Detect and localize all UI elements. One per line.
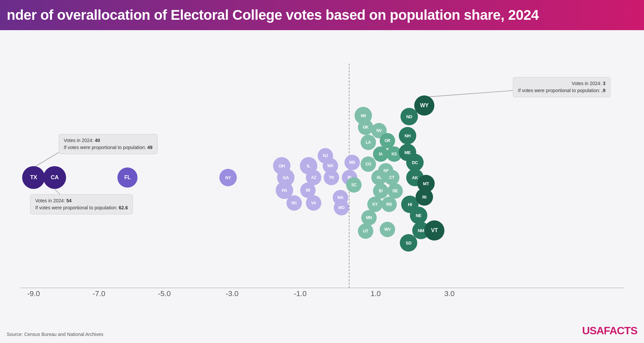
bubble-wv: WV: [380, 222, 395, 237]
bubble-ri: RI: [416, 188, 433, 206]
bubble-nh: NH: [399, 127, 416, 144]
bubble-mo: MO: [334, 200, 349, 215]
x-label-n3: -3.0: [226, 289, 238, 298]
wy-tooltip: Votes in 2024: 3 If votes were proportio…: [513, 77, 610, 97]
bubble-ok: OK: [358, 120, 373, 135]
bubble-ms: MS: [381, 197, 397, 212]
ca-tooltip: Votes in 2024: 54 If votes were proporti…: [30, 194, 133, 214]
bubble-ny: NY: [219, 169, 237, 186]
bubble-ca: CA: [43, 166, 66, 189]
brand-text: USAFACTS: [582, 325, 637, 337]
x-label-n7: -7.0: [93, 289, 105, 298]
source-text: Source: Census Bureau and National Archi…: [7, 332, 103, 337]
bubble-la: LA: [361, 135, 376, 150]
bubble-tn: TN: [324, 170, 339, 185]
x-label-n1: -1.0: [294, 289, 307, 298]
x-axis-line: [20, 288, 624, 288]
bubble-sd: SD: [400, 234, 417, 252]
bubble-ct: CT: [384, 170, 399, 185]
bubble-co: CO: [361, 156, 376, 172]
tx-tooltip: Votes in 2024: 40 If votes were proporti…: [59, 134, 158, 154]
x-label-p3: 3.0: [444, 289, 455, 298]
bubble-wy: WY: [414, 95, 434, 116]
header-bar: nder of overallocation of Electoral Coll…: [0, 0, 644, 30]
bubble-ut: UT: [358, 223, 373, 239]
bubble-tx: TX: [22, 166, 45, 189]
bubble-mn: MN: [361, 210, 377, 225]
header-title: nder of overallocation of Electoral Coll…: [7, 7, 539, 23]
x-label-n5: -5.0: [158, 289, 171, 298]
connector-lines: [0, 30, 644, 332]
chart-area: Votes in 2024: 40 If votes were proporti…: [0, 30, 644, 332]
x-label-p1: 1.0: [371, 289, 381, 298]
x-label-n9: -9.0: [27, 289, 40, 298]
bubble-vt: VT: [424, 220, 444, 241]
bubble-va: VA: [306, 195, 321, 211]
bubble-sc: SC: [346, 177, 362, 193]
bubble-nc: NC: [286, 195, 302, 211]
bubble-fl: FL: [117, 167, 138, 188]
bubble-or: OR: [380, 133, 395, 148]
bubble-ne: NE: [410, 207, 427, 224]
bubble-md: MD: [344, 155, 360, 170]
